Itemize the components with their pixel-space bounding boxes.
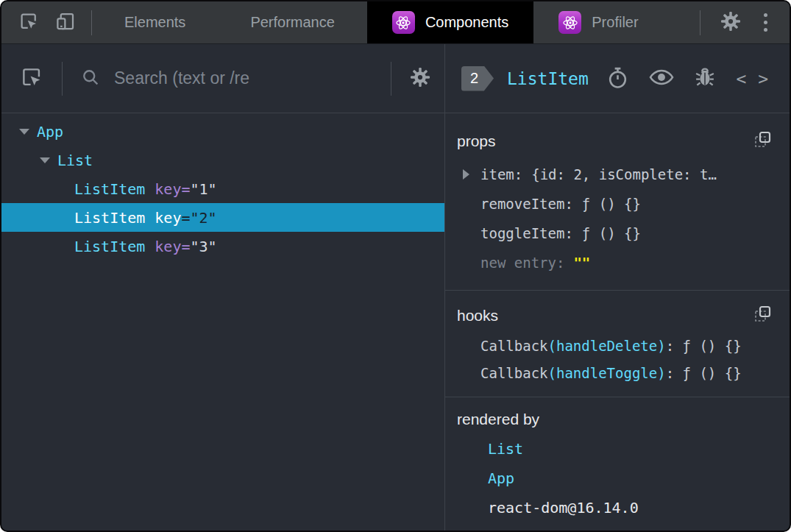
gear-icon — [409, 66, 431, 91]
copy-props-button[interactable] — [754, 131, 772, 151]
tree-toolbar — [1, 44, 444, 113]
component-name: ListItem — [74, 209, 145, 227]
component-name: ListItem — [74, 238, 145, 255]
more-options-button[interactable] — [761, 10, 770, 35]
view-source-button[interactable]: < > — [736, 69, 769, 88]
prop-row-item[interactable]: item:{id: 2, isComplete: t… — [454, 160, 778, 189]
react-logo-icon — [558, 11, 581, 34]
tree-row-app[interactable]: App — [1, 117, 444, 146]
tab-label: Profiler — [592, 14, 638, 31]
prop-row-toggleitem[interactable]: toggleItem:ƒ () {} — [454, 219, 778, 248]
props-section-title: props — [457, 132, 496, 150]
inspect-element-button[interactable] — [18, 10, 40, 35]
toolbar-separator — [391, 62, 391, 96]
selection-index-badge: 2 — [461, 66, 494, 91]
key-attribute: key="3" — [155, 238, 216, 255]
search-input[interactable] — [114, 68, 373, 88]
tab-profiler[interactable]: Profiler — [533, 1, 663, 43]
hooks-section: hooks Callback(handleDelete): ƒ () {} — [445, 291, 790, 397]
tab-label: Elements — [124, 14, 185, 31]
code-brackets-icon: < > — [736, 69, 769, 88]
rendered-by-react-dom: react-dom@16.14.0 — [454, 493, 778, 522]
component-name: ListItem — [74, 180, 145, 198]
suspend-toggle-button[interactable] — [606, 66, 629, 91]
hook-row-handletoggle[interactable]: Callback(handleToggle): ƒ () {} — [454, 360, 778, 387]
react-logo-icon — [392, 11, 415, 34]
key-attribute: key="2" — [155, 209, 216, 227]
select-component-button[interactable] — [19, 65, 44, 92]
device-toolbar-button[interactable] — [54, 10, 77, 35]
toolbar-separator — [62, 62, 63, 96]
devtools-window: Elements Performance Components — [0, 0, 791, 532]
tree-row-listitem-3[interactable]: ListItem key="3" — [1, 232, 444, 260]
component-inspector-panel: 2 ListItem — [445, 44, 790, 532]
inspect-cursor-icon — [19, 65, 44, 92]
prop-row-removeitem[interactable]: removeItem:ƒ () {} — [454, 189, 778, 219]
copy-icon — [754, 140, 772, 151]
search-icon — [80, 67, 101, 91]
rendered-by-section: rendered by List App react-dom@16.14.0 — [445, 397, 790, 532]
tree-settings-button[interactable] — [409, 66, 431, 91]
search-box[interactable] — [80, 67, 373, 91]
copy-icon — [754, 314, 772, 325]
prop-row-new-entry[interactable]: new entry:"" — [454, 248, 778, 277]
tab-components[interactable]: Components — [367, 1, 533, 43]
component-tree: App List ListItem key="1" ListItem key="… — [1, 113, 444, 260]
tabbar-separator — [700, 10, 700, 35]
inspect-dom-button[interactable] — [649, 68, 674, 88]
props-section: props item:{id: 2, isComplete: t… — [445, 113, 790, 291]
stopwatch-icon — [606, 66, 629, 91]
expand-arrow-icon[interactable] — [19, 129, 29, 135]
debug-log-button[interactable] — [694, 66, 716, 91]
expand-arrow-icon[interactable] — [40, 157, 50, 163]
tree-row-listitem-2-selected[interactable]: ListItem key="2" — [1, 203, 444, 232]
tree-row-listitem-1[interactable]: ListItem key="1" — [1, 174, 444, 203]
settings-button[interactable] — [720, 10, 742, 35]
gear-icon — [720, 10, 742, 35]
components-tree-panel: App List ListItem key="1" ListItem key="… — [1, 44, 445, 532]
tree-row-list[interactable]: List — [1, 146, 444, 174]
rendered-by-title: rendered by — [457, 411, 539, 428]
rendered-by-list-link[interactable]: List — [454, 434, 778, 464]
tab-label: Performance — [250, 14, 335, 31]
devtools-tabbar: Elements Performance Components — [1, 1, 790, 44]
key-attribute: key="1" — [155, 180, 216, 198]
copy-hooks-button[interactable] — [754, 305, 772, 325]
inspector-header: 2 ListItem — [445, 44, 790, 113]
device-toolbar-icon — [54, 10, 77, 35]
bug-icon — [694, 66, 716, 91]
eye-icon — [649, 68, 674, 88]
rendered-by-app-link[interactable]: App — [454, 464, 778, 493]
tab-elements[interactable]: Elements — [92, 1, 218, 43]
hook-row-handledelete[interactable]: Callback(handleDelete): ƒ () {} — [454, 333, 778, 360]
inspect-cursor-icon — [18, 10, 40, 35]
tab-label: Components — [425, 14, 508, 31]
hooks-section-title: hooks — [457, 307, 498, 324]
component-name: App — [37, 123, 63, 141]
expand-arrow-icon[interactable] — [463, 169, 469, 180]
component-name: List — [57, 152, 93, 169]
tab-performance[interactable]: Performance — [218, 1, 367, 43]
selected-component-name: ListItem — [507, 69, 589, 88]
